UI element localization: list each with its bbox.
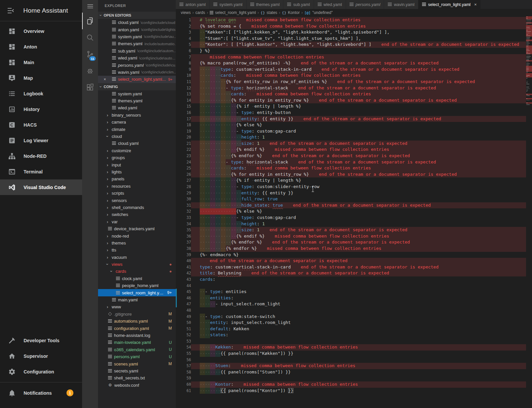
- code-line[interactable]: 35················size: 1end of the stre…: [176, 227, 526, 233]
- open-editors-header[interactable]: › OPEN EDITORS: [98, 12, 176, 19]
- breadcrumb-item[interactable]: views: [181, 10, 191, 15]
- tab-select-room-light-yaml[interactable]: select_room_light.yaml×: [418, 0, 480, 9]
- tree-item-clock-yaml[interactable]: clock.yaml: [98, 275, 176, 282]
- tree-item-camera[interactable]: ›camera: [98, 119, 176, 126]
- minimap[interactable]: [526, 16, 532, 408]
- tree-item-resources[interactable]: ›resources: [98, 183, 176, 190]
- tree-item-cards[interactable]: ›cards●: [98, 268, 176, 275]
- open-editor-system-yaml[interactable]: system.yaml\config\include\au...: [98, 33, 176, 40]
- debug-view-button[interactable]: [82, 62, 98, 79]
- code-editor[interactable]: 1# lovelace genmissed comma between flow…: [176, 16, 532, 408]
- code-line[interactable]: 13············cards:missed comma between…: [176, 91, 526, 97]
- sidebar-item-configuration[interactable]: Configuration: [0, 364, 82, 379]
- tree-item-var[interactable]: ›var: [98, 218, 176, 225]
- sidebar-item-terminal[interactable]: Terminal: [0, 164, 82, 179]
- code-line[interactable]: 15··············{% if ·entity | length %…: [176, 103, 526, 110]
- code-line[interactable]: 26············{% for entity in entity_ro…: [176, 171, 526, 178]
- breadcrumb-item[interactable]: states: [266, 10, 277, 15]
- tree-item-cloud-yaml[interactable]: cloud.yaml: [98, 140, 176, 147]
- extensions-view-button[interactable]: [82, 79, 98, 96]
- close-icon[interactable]: ×: [104, 76, 106, 83]
- tree-item-binary-sensors[interactable]: ›binary_sensors: [98, 112, 176, 119]
- code-line[interactable]: 1# lovelace genmissed comma between flow…: [176, 17, 526, 23]
- source-control-view-button[interactable]: 11: [82, 46, 98, 62]
- code-line[interactable]: 18··············{% else %}: [176, 122, 526, 128]
- open-editor-wled-yaml[interactable]: wled.yaml\config\include\auto...: [98, 54, 176, 61]
- sidebar-item-developer-tools[interactable]: Developer Tools: [0, 333, 82, 348]
- tree-item-webostv-conf[interactable]: ⚙webostv.conf: [98, 382, 176, 389]
- tree-item-input[interactable]: ›input: [98, 161, 176, 168]
- code-line[interactable]: 28··············- type: custom:slider-en…: [176, 184, 526, 190]
- open-editor-sub-yaml[interactable]: sub.yaml\config\include\autom...: [98, 48, 176, 54]
- code-line[interactable]: 4··"Stuen":[ ["light.stue_tv", "light.li…: [176, 36, 526, 42]
- code-line[interactable]: 49··- type: custom:state-switch: [176, 314, 526, 320]
- tree-item-wled-yaml[interactable]: wled.yaml: [98, 104, 176, 111]
- tree-item-device-trackers-yaml[interactable]: device_trackers.yaml: [98, 225, 176, 232]
- tree-item-www[interactable]: ›www: [98, 303, 176, 310]
- code-line[interactable]: 24··········- type: horizontal-stackend …: [176, 159, 526, 165]
- tree-item-secrets-yaml[interactable]: secrets.yaml: [98, 367, 176, 374]
- tree-item-shell-secrets-txt[interactable]: shell_secrets.txt: [98, 374, 176, 381]
- code-line[interactable]: 23············{% endfor %}end of the str…: [176, 153, 526, 159]
- code-line[interactable]: 56: [176, 357, 526, 363]
- open-editor-anton-yaml[interactable]: anton.yaml\config\include\lights: [98, 26, 176, 33]
- code-line[interactable]: 25············cards:missed comma between…: [176, 165, 526, 171]
- tab-sub-yaml[interactable]: sub.yaml: [283, 0, 314, 9]
- code-line[interactable]: 51····default: Køkken: [176, 326, 526, 332]
- code-line[interactable]: 38··········{% endfor %}missed comma bet…: [176, 246, 526, 252]
- code-line[interactable]: 22··············{% endif %}missed comma …: [176, 147, 526, 153]
- breadcrumb-item[interactable]: select_room_light.yaml: [215, 10, 256, 15]
- sidebar-item-history[interactable]: History: [0, 101, 82, 117]
- sidebar-item-notifications[interactable]: Notifications 1: [0, 385, 82, 401]
- sidebar-item-main[interactable]: Main: [0, 54, 82, 70]
- sidebar-item-logbook[interactable]: Logbook: [0, 86, 82, 101]
- tree-item-select-room-light-yaml[interactable]: select_room_light.yaml9+: [98, 289, 176, 296]
- code-line[interactable]: 45··- type: entities: [176, 289, 526, 295]
- code-line[interactable]: 5··"Kontor": [ ["light.kontor", "light.h…: [176, 42, 526, 48]
- tree-item-gitignore[interactable]: .gitignoreM: [98, 311, 176, 318]
- close-icon[interactable]: ×: [474, 2, 477, 7]
- breadcrumb-item[interactable]: Kontor: [288, 10, 300, 15]
- sidebar-toggle-icon[interactable]: [7, 7, 15, 15]
- tree-item-customize[interactable]: ›customize: [98, 147, 176, 154]
- tree-item-vacuum[interactable]: ›vacuum: [98, 254, 176, 261]
- code-line[interactable]: 32··············{% else %}: [176, 208, 526, 215]
- code-line[interactable]: 53: [176, 338, 526, 345]
- code-line[interactable]: 30················full_row: true: [176, 196, 526, 202]
- code-line[interactable]: 58········{{ panel(rooms["Stuen"]) }}: [176, 369, 526, 375]
- code-line[interactable]: 60······Kontor:missed comma between flow…: [176, 381, 526, 388]
- code-line[interactable]: 21················size: 1end of the stre…: [176, 141, 526, 147]
- code-line[interactable]: 59: [176, 375, 526, 381]
- breadcrumb-item[interactable]: "undefined": [312, 10, 333, 15]
- sidebar-item-log-viewer[interactable]: Log Viewer: [0, 133, 82, 148]
- tree-item-sensors[interactable]: ›sensors: [98, 197, 176, 204]
- code-line[interactable]: 40end of the stream or a document separa…: [176, 258, 526, 264]
- code-line[interactable]: 44: [176, 283, 526, 289]
- open-editor-themes-yaml[interactable]: themes.yamlinclude/automatio...: [98, 40, 176, 47]
- code-line[interactable]: 10········cards:missed comma between flo…: [176, 72, 526, 79]
- tab-themes-yaml[interactable]: themes.yaml: [247, 0, 284, 9]
- code-line[interactable]: 16··············- type: entity-button: [176, 110, 526, 116]
- tree-item-tts[interactable]: ›tts: [98, 247, 176, 254]
- open-editor-select-room-light-yaml[interactable]: ×select_room_light.yaml...9+: [98, 76, 176, 83]
- code-line[interactable]: 29················entity: {{ entity }}: [176, 190, 526, 196]
- open-editor-wavin-yaml[interactable]: wavin.yaml\config\include\clim...: [98, 69, 176, 76]
- tree-item-climate[interactable]: ›climate: [98, 126, 176, 133]
- code-line[interactable]: 61········{{ panel(rooms["Kontor"]) }}: [176, 388, 526, 394]
- code-line[interactable]: 12··········- type: horizontal-stackend …: [176, 85, 526, 91]
- breadcrumb-item[interactable]: cards: [195, 10, 205, 15]
- tree-item-lights[interactable]: ›lights: [98, 168, 176, 175]
- tree-item-groups[interactable]: ›groups: [98, 154, 176, 161]
- code-line[interactable]: 9········type: custom:vertical-stack-in-…: [176, 66, 526, 73]
- code-line[interactable]: 54······Køkken:missed comma between flow…: [176, 344, 526, 351]
- code-line[interactable]: 27··············{% if ·entity | length %…: [176, 177, 526, 184]
- tree-item-switches[interactable]: ›switches: [98, 211, 176, 218]
- tree-item-o365-calendars-yaml[interactable]: o365_calendars.yamlU: [98, 346, 176, 353]
- tree-item-main-lovelace-yaml[interactable]: main-lovelace.yamlU: [98, 339, 176, 346]
- code-line[interactable]: 7missed comma between flow collection en…: [176, 54, 526, 60]
- code-line[interactable]: 36··············{% endif %}missed comma …: [176, 233, 526, 240]
- tree-item-system-yaml[interactable]: system.yaml: [98, 90, 176, 97]
- tree-item-node-red[interactable]: ›node-red: [98, 232, 176, 239]
- code-line[interactable]: 31················hide_state: trueend of…: [176, 202, 526, 209]
- sidebar-item-supervisor[interactable]: Supervisor: [0, 348, 82, 364]
